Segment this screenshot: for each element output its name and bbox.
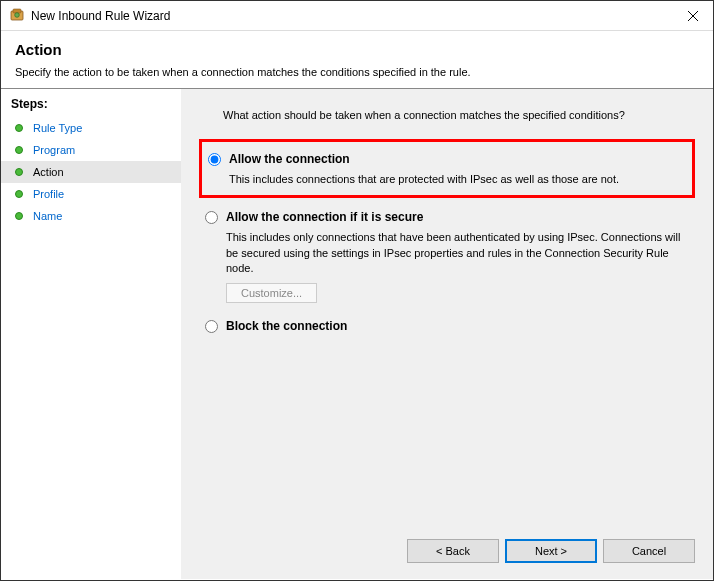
step-profile[interactable]: Profile [1,183,181,205]
option-allow-row: Allow the connection [208,152,678,166]
close-button[interactable] [673,1,713,31]
steps-sidebar: Steps: Rule Type Program Action Profile … [1,89,181,579]
step-rule-type[interactable]: Rule Type [1,117,181,139]
header-area: Action Specify the action to be taken wh… [1,31,713,88]
question-text: What action should be taken when a conne… [223,109,695,121]
option-allow-secure-desc: This includes only connections that have… [226,230,695,276]
app-icon [9,8,25,24]
page-title: Action [15,41,699,58]
option-allow-secure-row: Allow the connection if it is secure [205,210,695,224]
next-button[interactable]: Next > [505,539,597,563]
step-name[interactable]: Name [1,205,181,227]
option-allow-secure-group: Allow the connection if it is secure Thi… [199,210,695,302]
body-area: Steps: Rule Type Program Action Profile … [1,89,713,579]
page-description: Specify the action to be taken when a co… [15,66,699,78]
bullet-icon [15,212,23,220]
highlight-box: Allow the connection This includes conne… [199,139,695,198]
step-label: Program [33,144,75,156]
close-icon [688,11,698,21]
step-label: Name [33,210,62,222]
back-button[interactable]: < Back [407,539,499,563]
option-block-row: Block the connection [205,319,695,333]
customize-button: Customize... [226,283,317,303]
content-pane: What action should be taken when a conne… [181,89,713,579]
radio-allow[interactable] [208,153,221,166]
step-program[interactable]: Program [1,139,181,161]
step-action[interactable]: Action [1,161,181,183]
option-allow-desc: This includes connections that are prote… [229,172,678,187]
svg-point-2 [15,12,20,17]
step-label: Action [33,166,64,178]
button-bar: < Back Next > Cancel [199,529,695,563]
bullet-icon [15,168,23,176]
titlebar: New Inbound Rule Wizard [1,1,713,31]
bullet-icon [15,146,23,154]
bullet-icon [15,124,23,132]
option-allow-secure-label[interactable]: Allow the connection if it is secure [226,210,423,224]
step-label: Rule Type [33,122,82,134]
step-label: Profile [33,188,64,200]
cancel-button[interactable]: Cancel [603,539,695,563]
option-allow-label[interactable]: Allow the connection [229,152,350,166]
wizard-window: New Inbound Rule Wizard Action Specify t… [0,0,714,581]
option-block-label[interactable]: Block the connection [226,319,347,333]
radio-block[interactable] [205,320,218,333]
radio-allow-secure[interactable] [205,211,218,224]
titlebar-title: New Inbound Rule Wizard [31,9,673,23]
steps-title: Steps: [1,97,181,117]
option-block-group: Block the connection [199,319,695,333]
bullet-icon [15,190,23,198]
